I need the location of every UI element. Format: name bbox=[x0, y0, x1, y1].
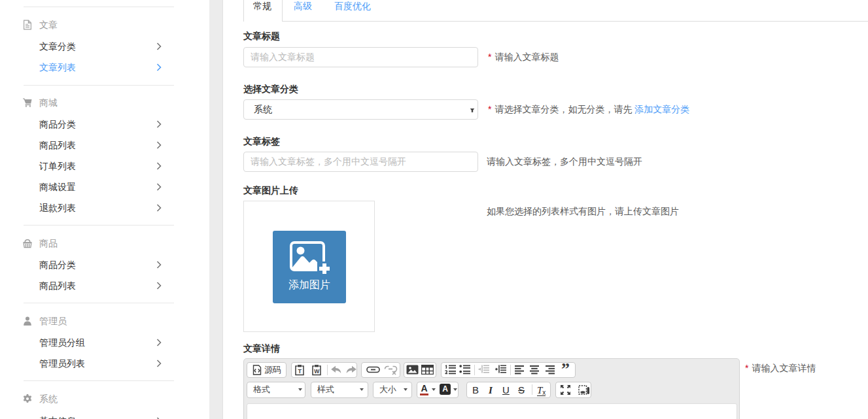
svg-text:W: W bbox=[314, 368, 320, 375]
svg-text:T: T bbox=[298, 368, 302, 375]
